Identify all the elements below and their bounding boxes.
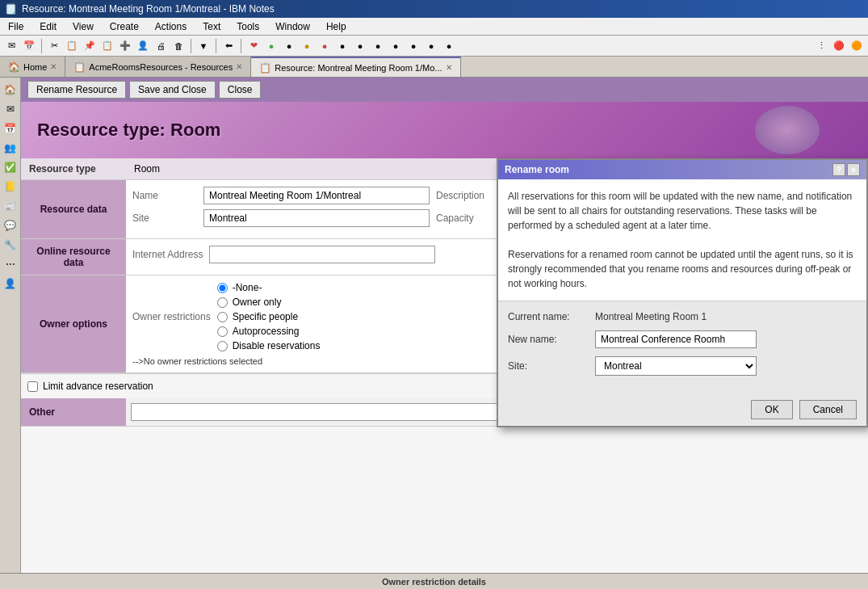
paste-special-icon[interactable]: 📋 — [99, 38, 115, 54]
menu-window[interactable]: Window — [270, 19, 315, 34]
action9-icon[interactable]: ● — [388, 38, 404, 54]
tab-resources-close[interactable]: ✕ — [236, 62, 242, 71]
tab-bar: 🏠 Home ✕ 📋 AcmeRoomsResources - Resource… — [0, 57, 868, 78]
print-icon[interactable]: 🖨 — [153, 38, 169, 54]
paste-icon[interactable]: 📌 — [82, 38, 98, 54]
action2-icon[interactable]: ● — [263, 38, 279, 54]
tab-resources-label: AcmeRoomsResources - Resources — [89, 62, 233, 72]
action11-icon[interactable]: ● — [423, 38, 439, 54]
tab-resources[interactable]: 📋 AcmeRoomsResources - Resources ✕ — [65, 57, 251, 77]
tab-resource-label: Resource: Montreal Meeting Room 1/Mo... — [275, 63, 442, 73]
tab-resource-active[interactable]: 📋 Resource: Montreal Meeting Room 1/Mo..… — [251, 57, 460, 77]
menu-text[interactable]: Text — [198, 19, 225, 34]
mail-icon[interactable]: ✉ — [3, 38, 19, 54]
calendar-icon[interactable]: 📅 — [21, 38, 37, 54]
title-bar: 🗒️ Resource: Montreal Meeting Room 1/Mon… — [0, 0, 868, 18]
dropdown-icon[interactable]: ▼ — [195, 38, 212, 54]
app-icon: 🗒️ — [5, 3, 17, 15]
action10-icon[interactable]: ● — [405, 38, 421, 54]
tab-home[interactable]: 🏠 Home ✕ — [0, 57, 65, 77]
tab-home-close[interactable]: ✕ — [50, 62, 57, 71]
resources-tab-icon: 📋 — [73, 61, 86, 73]
tab-resource-close[interactable]: ✕ — [446, 63, 452, 72]
menu-actions[interactable]: Actions — [150, 19, 191, 34]
pending-icon[interactable]: 🟠 — [849, 38, 865, 54]
action12-icon[interactable]: ● — [441, 38, 457, 54]
delete-icon[interactable]: 🗑 — [170, 38, 187, 54]
menu-bar: File Edit View Create Actions Text Tools… — [0, 18, 868, 36]
stop-icon[interactable]: 🔴 — [831, 38, 847, 54]
menu-file[interactable]: File — [3, 19, 28, 34]
menu-help[interactable]: Help — [321, 19, 351, 34]
home-tab-icon: 🏠 — [8, 61, 20, 73]
menu-tools[interactable]: Tools — [232, 19, 264, 34]
copy-icon[interactable]: 📋 — [64, 38, 80, 54]
quick-access-toolbar: ✉ 📅 ✂ 📋 📌 📋 ➕ 👤 🖨 🗑 ▼ ⬅ ❤ ● ● ● ● ● ● ● … — [0, 36, 868, 57]
tab-home-label: Home — [23, 62, 47, 72]
nav-icon[interactable]: ⬅ — [220, 38, 237, 54]
action3-icon[interactable]: ● — [281, 38, 297, 54]
cut-icon[interactable]: ✂ — [46, 38, 62, 54]
action6-icon[interactable]: ● — [334, 38, 350, 54]
action4-icon[interactable]: ● — [299, 38, 315, 54]
action7-icon[interactable]: ● — [352, 38, 368, 54]
window-title: Resource: Montreal Meeting Room 1/Montre… — [22, 3, 275, 15]
action5-icon[interactable]: ● — [317, 38, 333, 54]
person-icon[interactable]: 👤 — [135, 38, 151, 54]
action8-icon[interactable]: ● — [370, 38, 386, 54]
new-icon[interactable]: ➕ — [117, 38, 133, 54]
action1-icon[interactable]: ❤ — [245, 38, 262, 54]
menu-create[interactable]: Create — [105, 19, 144, 34]
resource-tab-icon: 📋 — [259, 62, 271, 74]
dots-icon[interactable]: ⋮ — [813, 38, 829, 54]
menu-view[interactable]: View — [68, 19, 99, 34]
menu-edit[interactable]: Edit — [35, 19, 61, 34]
